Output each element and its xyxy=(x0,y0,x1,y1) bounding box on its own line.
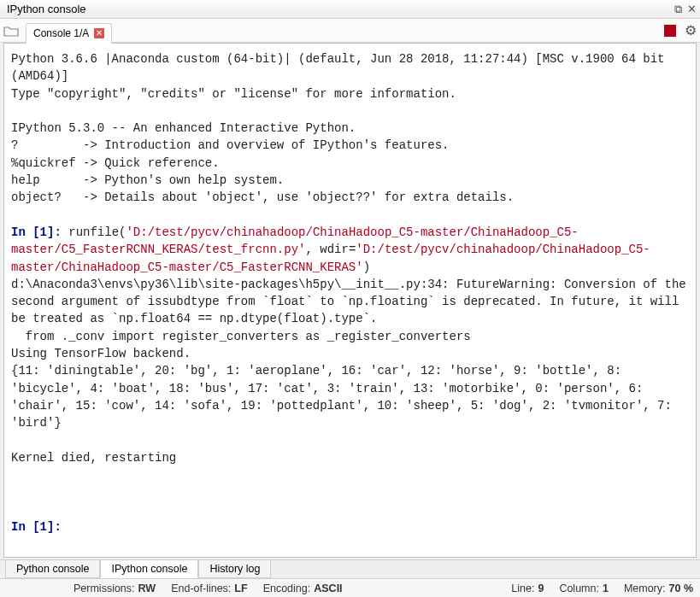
folder-icon[interactable] xyxy=(3,25,19,37)
help-line: ? -> Introduction and overview of IPytho… xyxy=(11,138,449,152)
console-output[interactable]: Python 3.6.6 |Anaconda custom (64-bit)| … xyxy=(3,43,697,558)
in-prompt: In [1]: xyxy=(11,225,68,239)
status-memory: Memory: 70 % xyxy=(624,582,693,594)
output-line: Using TensorFlow backend. xyxy=(11,347,191,360)
banner-line: Type "copyright", "credits" or "license"… xyxy=(11,87,456,101)
bottom-tab-strip: Python console IPython console History l… xyxy=(0,559,700,578)
console-toolbar: Console 1/A ✕ ⚙ xyxy=(0,19,700,43)
gear-icon[interactable]: ⚙ xyxy=(685,22,697,38)
tab-history-log[interactable]: History log xyxy=(198,560,271,578)
console-tab[interactable]: Console 1/A ✕ xyxy=(26,23,112,44)
warning-line: from ._conv import register_converters a… xyxy=(11,330,471,343)
code-text: , wdir= xyxy=(305,243,356,256)
status-eol: End-of-lines: LF xyxy=(171,582,247,594)
warning-line: d:\Anaconda3\envs\py36\lib\site-packages… xyxy=(11,278,693,326)
tab-ipython-console[interactable]: IPython console xyxy=(100,560,198,578)
code-text: ) xyxy=(363,260,370,274)
close-icon[interactable]: ✕ xyxy=(687,3,697,15)
status-column: Column: 1 xyxy=(559,582,609,594)
banner-line: IPython 5.3.0 -- An enhanced Interactive… xyxy=(11,121,356,135)
console-tab-label: Console 1/A xyxy=(33,27,89,39)
status-bar: Permissions: RW End-of-lines: LF Encodin… xyxy=(0,578,700,597)
help-line: %quickref -> Quick reference. xyxy=(11,156,220,170)
in-prompt[interactable]: In [1]: xyxy=(11,520,68,534)
output-line: {11: 'diningtable', 20: 'bg', 1: 'aeropl… xyxy=(11,364,679,430)
status-line: Line: 9 xyxy=(511,582,544,594)
undock-icon[interactable]: ⧉ xyxy=(674,3,682,16)
panel-titlebar: IPython console ⧉ ✕ xyxy=(0,0,700,19)
help-line: help -> Python's own help system. xyxy=(11,173,284,187)
banner-line: Python 3.6.6 |Anaconda custom (64-bit)| … xyxy=(11,52,672,83)
status-encoding: Encoding: ASCII xyxy=(263,582,343,594)
code-text: runfile( xyxy=(68,225,126,239)
status-permissions: Permissions: RW xyxy=(74,582,156,594)
panel-title: IPython console xyxy=(7,3,86,15)
kernel-status: Kernel died, restarting xyxy=(11,451,176,465)
stop-button[interactable] xyxy=(664,25,676,37)
tab-python-console[interactable]: Python console xyxy=(5,560,100,578)
help-line: object? -> Details about 'object', use '… xyxy=(11,190,514,204)
close-tab-icon[interactable]: ✕ xyxy=(94,28,104,38)
